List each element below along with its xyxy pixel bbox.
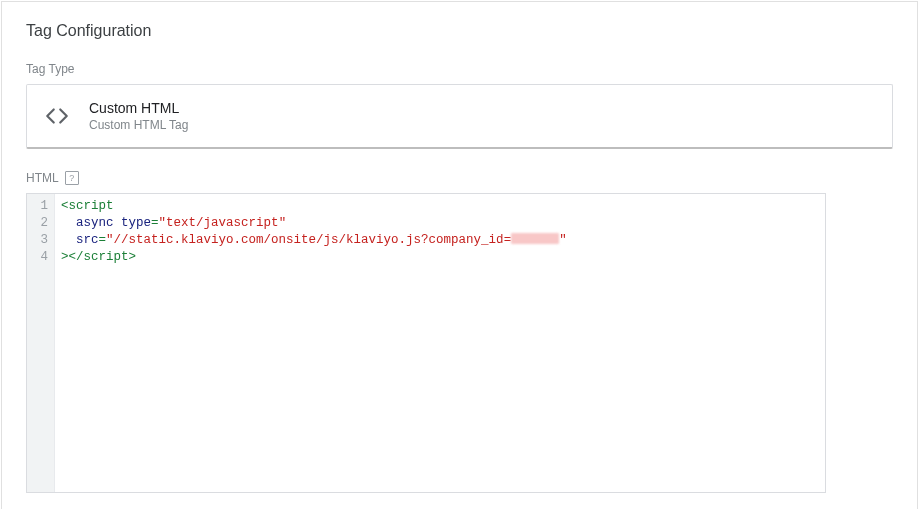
tag-type-label: Tag Type	[26, 62, 893, 76]
line-number: 4	[37, 249, 48, 266]
code-token: //static.klaviyo.com/onsite/js/klaviyo.j…	[114, 233, 512, 247]
html-code-editor[interactable]: 1 2 3 4 <script async type="text/javascr…	[26, 193, 826, 493]
line-number: 3	[37, 232, 48, 249]
tag-type-selector[interactable]: Custom HTML Custom HTML Tag	[26, 84, 893, 149]
code-token: src	[76, 233, 99, 247]
code-token: "	[279, 216, 287, 230]
editor-gutter: 1 2 3 4	[27, 194, 55, 492]
line-number: 1	[37, 198, 48, 215]
tag-type-text: Custom HTML Custom HTML Tag	[89, 99, 188, 133]
code-token: >	[61, 250, 69, 264]
code-token	[61, 233, 76, 247]
code-token: <script	[61, 199, 114, 213]
angle-brackets-icon	[43, 102, 71, 130]
tag-type-subtitle: Custom HTML Tag	[89, 117, 188, 133]
code-token: =	[151, 216, 159, 230]
code-token: async	[76, 216, 114, 230]
code-token: type	[121, 216, 151, 230]
code-token: "	[106, 233, 114, 247]
card-title: Tag Configuration	[26, 22, 893, 40]
html-section-label: HTML ?	[26, 171, 893, 185]
line-number: 2	[37, 215, 48, 232]
help-icon[interactable]: ?	[65, 171, 79, 185]
tag-type-name: Custom HTML	[89, 99, 188, 117]
code-token: </script>	[69, 250, 137, 264]
html-label-text: HTML	[26, 171, 59, 185]
code-token: text/javascript	[166, 216, 279, 230]
editor-code-area[interactable]: <script async type="text/javascript" src…	[55, 194, 825, 492]
redacted-company-id	[511, 233, 559, 244]
code-token: "	[559, 233, 567, 247]
code-token: "	[159, 216, 167, 230]
code-token	[61, 216, 76, 230]
code-token: =	[99, 233, 107, 247]
tag-configuration-card: Tag Configuration Tag Type Custom HTML C…	[1, 1, 918, 509]
